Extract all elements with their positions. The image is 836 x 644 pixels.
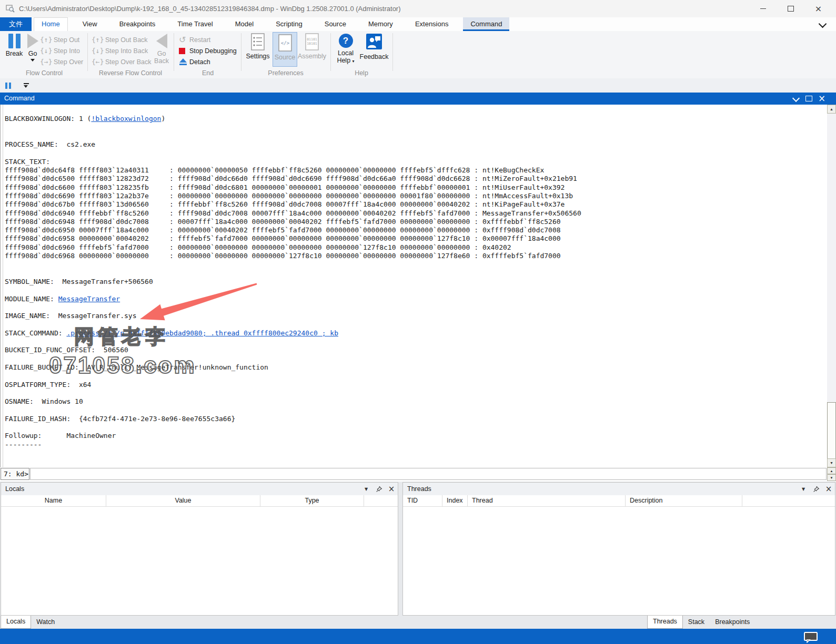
threads-pin-icon[interactable] [810,483,822,495]
command-line: BLACKBOXWINLOGON: 1 (!blackboxwinlogon) [5,115,581,123]
command-link[interactable]: .process /r /p 0xffff800ebdad9080; .thre… [66,329,338,337]
scroll-up-button[interactable]: ▲ [827,105,836,114]
tab-breakpoints[interactable]: Breakpoints [112,17,163,31]
group-label-flow-control: Flow Control [4,69,84,77]
command-line [5,320,581,329]
go-dropdown-icon[interactable] [31,59,35,62]
command-link[interactable]: MessageTransfer [58,295,120,303]
tab-memory[interactable]: Memory [361,17,400,31]
locals-panel-titlebar: Locals ▼ × [1,483,398,495]
panel-tab-watch[interactable]: Watch [31,616,60,628]
detach-button[interactable]: Detach [179,56,237,67]
step-out-button[interactable]: {↑}Step Out [40,34,83,45]
tab-command[interactable]: Command [463,17,509,31]
tab-scripting[interactable]: Scripting [268,17,310,31]
command-line: FAILURE_BUCKET_ID: AV_R_(null)_MessageTr… [5,363,581,372]
command-line [5,149,581,157]
column-header-type[interactable]: Type [260,495,364,506]
command-line [5,303,581,312]
command-line [5,406,581,414]
threads-dropdown-icon[interactable]: ▼ [797,483,810,495]
step-out-back-button[interactable]: {↑}Step Out Back [92,34,152,45]
locals-pin-icon[interactable] [372,483,385,495]
column-header-thread[interactable]: Thread [468,495,626,506]
command-line: ffff908d`d0dc67b0 fffff803`13d06560 : ff… [5,200,581,209]
column-header-description[interactable]: Description [626,495,742,506]
step-out-back-icon: {↑} [92,36,105,44]
assembly-button[interactable]: 01101 10101 Assembly [297,33,327,60]
tab-view[interactable]: View [75,17,105,31]
threads-panel: Threads ▼ × TIDIndexThreadDescription [402,482,835,616]
group-label-reverse-flow-control: Reverse Flow Control [89,69,172,77]
panel-tab-breakpoints[interactable]: Breakpoints [710,616,755,628]
scrollbar-thumb[interactable] [827,402,836,459]
locals-panel: Locals ▼ × NameValueType [1,482,398,616]
feedback-bubble-icon[interactable] [803,632,818,643]
local-help-button[interactable]: ? Local Help ▾ [334,34,358,64]
command-line [5,260,581,269]
command-line [5,124,581,132]
command-maximize-icon[interactable] [805,96,812,101]
tab-time-travel[interactable]: Time Travel [170,17,220,31]
stop-debugging-button[interactable]: Stop Debugging [179,45,237,56]
panel-tab-locals[interactable]: Locals [1,616,31,629]
tab-model[interactable]: Model [228,17,261,31]
step-into-back-button[interactable]: {↓}Step Into Back [92,45,152,56]
tab-file[interactable]: 文件 [0,17,32,31]
threads-columns: TIDIndexThreadDescription [403,495,835,507]
command-link[interactable]: !blackboxwinlogon [91,115,161,122]
panel-tab-stack[interactable]: Stack [683,616,710,628]
threads-close-icon[interactable]: × [822,483,835,495]
quick-pause-icon[interactable] [5,83,11,89]
command-scrollbar[interactable]: ▲ ▼ [827,105,836,467]
input-scroll-up-button[interactable]: ▲ [827,467,836,474]
maximize-button[interactable] [787,5,794,13]
command-line: OSNAME: Windows 10 [5,397,581,406]
command-line: ffff908d`d0dc6968 00000000`00000000 : 00… [5,252,581,260]
step-into-button[interactable]: {↓}Step Into [40,45,83,56]
command-line: ffff908d`d0dc6690 fffff803`12a2b37e : 00… [5,192,581,200]
tab-source[interactable]: Source [317,17,354,31]
feedback-button[interactable]: Feedback [359,34,389,60]
minimize-button[interactable] [759,5,767,13]
group-label-preferences: Preferences [244,69,327,77]
close-button[interactable]: × [814,5,822,13]
go-back-icon [156,34,167,48]
command-input[interactable] [30,468,827,480]
locals-close-icon[interactable]: × [385,483,398,495]
restart-button[interactable]: ↺Restart [179,34,237,45]
step-over-back-button[interactable]: {←}Step Over Back [92,56,152,67]
command-close-icon[interactable]: × [818,94,825,103]
command-line: PROCESS_NAME: cs2.exe [5,140,581,149]
command-line: MODULE_NAME: MessageTransfer [5,295,581,303]
step-over-button[interactable]: {→}Step Over [40,56,83,67]
tab-extensions[interactable]: Extensions [408,17,456,31]
input-scroll-down-button[interactable]: ▼ [827,474,836,481]
column-header-value[interactable]: Value [106,495,260,506]
status-bar [0,629,836,644]
locals-dropdown-icon[interactable]: ▼ [360,483,372,495]
panel-tab-threads[interactable]: Threads [647,616,683,629]
command-line [5,106,581,115]
title-bar: C:\Users\Administrator\Desktop\Dump\k-19… [0,0,836,18]
step-into-back-icon: {↓} [92,47,105,55]
docked-panels-area: Locals ▼ × NameValueType Threads ▼ × TID… [0,482,836,629]
break-button[interactable]: Break [4,34,24,57]
stop-icon [179,48,185,54]
toolbar-overflow-icon[interactable] [24,83,29,88]
tab-home[interactable]: Home [34,17,68,32]
column-header-index[interactable]: Index [442,495,468,506]
command-dropdown-icon[interactable] [792,95,800,102]
command-input-row: 7: kd> ▲ ▼ [0,467,836,482]
scroll-down-button[interactable]: ▼ [827,458,836,467]
group-label-help: Help [330,69,392,77]
command-line: STACK_TEXT: [5,158,581,166]
quick-toolbar [0,78,836,93]
go-button[interactable]: Go [25,34,40,62]
go-back-button[interactable]: Go Back [153,34,170,65]
settings-button[interactable]: Settings [244,33,271,60]
column-header-name[interactable]: Name [1,495,106,506]
assembly-icon: 01101 10101 [305,33,319,50]
column-header-tid[interactable]: TID [403,495,442,506]
source-button[interactable]: </> Source [273,32,297,67]
